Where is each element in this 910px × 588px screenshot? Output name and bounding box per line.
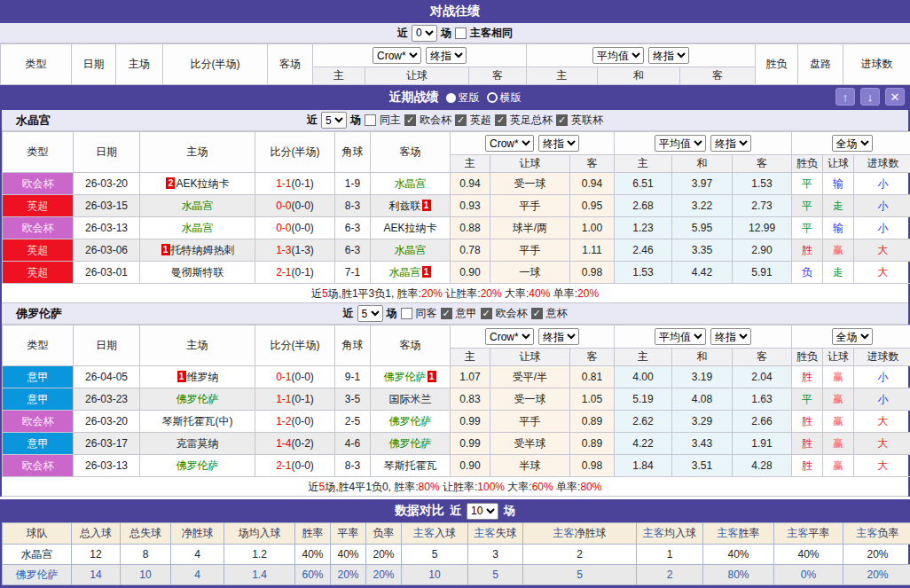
- league-type-cell[interactable]: 意甲: [3, 366, 74, 388]
- score-cell: 0-0(0-0): [255, 195, 335, 217]
- horizontal-radio[interactable]: [487, 92, 498, 103]
- move-up-button[interactable]: ↑: [835, 88, 855, 106]
- away-team-cell[interactable]: 佛罗伦萨1: [371, 366, 451, 388]
- comp-value: 2: [523, 545, 637, 565]
- home-team-cell[interactable]: 克雷莫纳: [140, 433, 255, 455]
- away-team-cell[interactable]: 水晶宫: [371, 173, 451, 195]
- handicap-cell: 球半/两: [490, 217, 570, 239]
- team1-near-select[interactable]: 5: [321, 112, 347, 129]
- away-team-cell[interactable]: 水晶宫1: [371, 262, 451, 284]
- league-type-cell[interactable]: 欧会杯: [3, 217, 74, 239]
- league-type-cell[interactable]: 欧会杯: [3, 173, 74, 195]
- away-team-cell[interactable]: 佛罗伦萨: [371, 411, 451, 433]
- league-type-cell[interactable]: 意甲: [3, 388, 74, 411]
- team1-fullmatch-select[interactable]: 全场: [832, 135, 873, 152]
- comp-value: 3: [468, 545, 523, 565]
- home-team-cell[interactable]: 琴斯托霍瓦(中): [140, 411, 255, 433]
- result-cell: 胜: [792, 366, 823, 388]
- home-team-cell[interactable]: 佛罗伦萨: [140, 388, 255, 411]
- handicap-result-cell: 输: [823, 217, 854, 239]
- odds-home-cell: 0.88: [451, 217, 490, 239]
- team2-league-checkbox[interactable]: [441, 308, 452, 319]
- team2-near-select[interactable]: 5: [357, 305, 383, 322]
- score-cell: 2-1(0-1): [255, 262, 335, 284]
- handicap-result-cell: 赢: [823, 239, 854, 262]
- comp-team-name: 水晶宫: [3, 545, 72, 565]
- home-team-cell[interactable]: 2AEK拉纳卡: [140, 173, 255, 195]
- team1-same-venue-checkbox[interactable]: [365, 114, 376, 126]
- recent-results-bar: 近期战绩 竖版 横版 ↑ ↓ ✕: [0, 85, 910, 110]
- team2-bookmaker-select[interactable]: Crow*: [485, 328, 534, 345]
- h2h-avg-select[interactable]: 平均值: [592, 47, 644, 64]
- same-home-away-checkbox[interactable]: [455, 27, 467, 39]
- score-cell: 1-2(0-0): [255, 411, 335, 433]
- team1-league-checkbox[interactable]: [404, 114, 416, 126]
- team2-final-odds-select[interactable]: 终指: [538, 328, 579, 345]
- league-type-cell[interactable]: 欧会杯: [3, 411, 74, 433]
- team2-league-label: 意甲: [456, 306, 477, 321]
- team2-league-checkbox[interactable]: [481, 308, 492, 319]
- team1-avg-select[interactable]: 平均值: [655, 135, 706, 152]
- home-team-cell[interactable]: 水晶宫: [140, 195, 255, 217]
- away-team-cell[interactable]: 国际米兰: [371, 388, 451, 411]
- odds-home-cell: 0.99: [451, 411, 490, 433]
- team1-final-odds-select[interactable]: 终指: [538, 135, 579, 152]
- team1-league-checkbox[interactable]: [495, 114, 506, 126]
- team1-bookmaker-select[interactable]: Crow*: [485, 135, 534, 152]
- date-cell: 26-04-05: [74, 366, 140, 388]
- league-type-cell[interactable]: 英超: [3, 195, 74, 217]
- avg-draw-cell: 4.42: [672, 262, 733, 284]
- result-cell: 负: [792, 262, 823, 284]
- avg-away-cell: 1.91: [733, 433, 792, 455]
- close-button[interactable]: ✕: [885, 88, 905, 106]
- home-team-cell[interactable]: 1维罗纳: [140, 366, 255, 388]
- vertical-radio[interactable]: [446, 93, 456, 103]
- h2h-avg-final-select[interactable]: 终指: [648, 47, 689, 64]
- home-team-cell[interactable]: 水晶宫: [140, 217, 255, 239]
- home-team-cell[interactable]: 1托特纳姆热刺: [140, 239, 255, 262]
- avg-home-cell: 5.19: [615, 388, 672, 411]
- comparison-near-select[interactable]: 10: [467, 503, 498, 520]
- corner-cell: 6-3: [335, 217, 371, 239]
- h2h-bookmaker-select[interactable]: Crow*: [373, 47, 421, 64]
- team1-same-venue-label: 同主: [380, 113, 401, 128]
- handicap-result-cell: 赢: [823, 455, 854, 477]
- team2-fullmatch-select[interactable]: 全场: [832, 328, 873, 345]
- comp-value: 4: [171, 565, 224, 585]
- away-team-cell[interactable]: AEK拉纳卡: [371, 217, 451, 239]
- league-type-cell[interactable]: 英超: [3, 239, 74, 262]
- home-team-cell[interactable]: 佛罗伦萨: [140, 455, 255, 477]
- comp-value: 5: [468, 565, 523, 585]
- away-team-cell[interactable]: 佛罗伦萨: [371, 433, 451, 455]
- comp-value: 5: [523, 565, 637, 585]
- away-team-cell[interactable]: 水晶宫: [371, 239, 451, 262]
- team1-league-checkbox[interactable]: [455, 114, 467, 126]
- corner-cell: 4-6: [335, 433, 371, 455]
- team1-league-checkbox[interactable]: [556, 114, 568, 126]
- league-type-cell[interactable]: 欧会杯: [3, 455, 74, 477]
- comp-col-goal-diff: 净胜球: [171, 523, 224, 545]
- team1-avg-final-select[interactable]: 终指: [710, 135, 751, 152]
- move-down-button[interactable]: ↓: [860, 88, 880, 106]
- comparison-table: 球队 总入球 总失球 净胜球 场均入球 胜率 平率 负率 主客入球 主客失球 主…: [2, 522, 910, 585]
- team2-league-checkbox[interactable]: [531, 308, 543, 319]
- h2h-final-odds-select[interactable]: 终指: [426, 47, 467, 64]
- away-team-cell[interactable]: 利兹联1: [371, 195, 451, 217]
- team2-same-venue-checkbox[interactable]: [401, 308, 412, 319]
- handicap-cell: 受一球: [490, 388, 570, 411]
- h2h-near-select[interactable]: 0: [412, 25, 437, 42]
- home-team-cell[interactable]: 曼彻斯特联: [140, 262, 255, 284]
- corner-cell: 8-3: [335, 195, 371, 217]
- team2-avg-final-select[interactable]: 终指: [710, 328, 751, 345]
- league-type-cell[interactable]: 意甲: [3, 433, 74, 455]
- col-result: 胜负: [792, 349, 823, 366]
- team2-avg-select[interactable]: 平均值: [655, 328, 706, 345]
- col-home: 主场: [140, 132, 255, 173]
- goals-result-cell: 大: [854, 239, 910, 262]
- league-type-cell[interactable]: 英超: [3, 262, 74, 284]
- handicap-cell: 一球: [490, 262, 570, 284]
- odds-away-cell: 0.89: [570, 433, 615, 455]
- odds-home-cell: 0.78: [451, 239, 490, 262]
- goals-result-cell: 大: [854, 262, 910, 284]
- away-team-cell[interactable]: 琴斯托霍瓦: [371, 455, 451, 477]
